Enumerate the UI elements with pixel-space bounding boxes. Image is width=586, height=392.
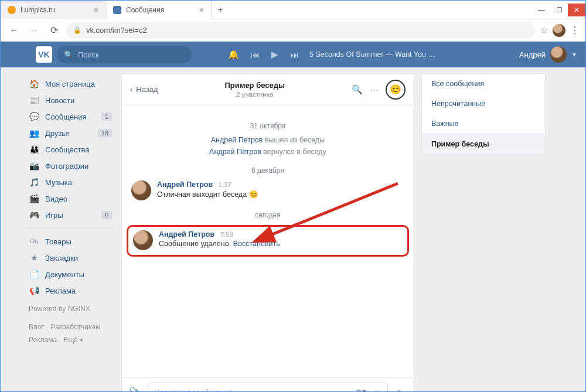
avatar[interactable] — [131, 180, 151, 200]
badge: 18 — [98, 129, 112, 137]
system-message: Андрей Петров вышел из беседы — [131, 136, 404, 144]
left-nav: 🏠Моя страница📰Новости💬Сообщения1👥Друзья1… — [26, 73, 114, 386]
sidebar-item-a8[interactable]: 🎮Игры6 — [26, 207, 114, 223]
nav-icon: 📰 — [29, 96, 39, 105]
sidebar-item-label: Фотографии — [45, 162, 88, 171]
browser-menu-button[interactable]: ⋮ — [570, 25, 580, 36]
vk-logo[interactable]: VK — [36, 46, 52, 63]
back-button[interactable]: ‹ Назад — [130, 85, 158, 94]
sidebar-item-a6[interactable]: 🎵Музыка — [26, 174, 114, 190]
sidebar-item-a1[interactable]: 📰Новости — [26, 92, 114, 108]
chat-more-icon[interactable]: ⋯ — [370, 84, 379, 95]
player-play-icon[interactable]: ▶ — [268, 49, 282, 60]
favicon-icon — [113, 6, 121, 14]
chat-message-deleted: Андрей Петров 7:59 Сообщение удалено. Во… — [133, 230, 403, 250]
now-playing-title[interactable]: 5 Seconds Of Summer — Want You … — [309, 50, 435, 59]
window-close-button[interactable]: ✕ — [568, 4, 585, 16]
footer-link[interactable]: Разработчикам — [50, 323, 100, 331]
browser-tab-messages[interactable]: Сообщения × — [106, 1, 212, 19]
chat-subtitle: 2 участника — [158, 91, 352, 98]
window-minimize-button[interactable]: — — [533, 4, 550, 16]
sidebar-item-label: Сообщества — [45, 145, 90, 154]
badge: 6 — [101, 211, 112, 219]
sidebar-item-label: Товары — [45, 237, 71, 246]
attach-icon[interactable]: 📎 — [128, 386, 143, 392]
username-label: Андрей — [519, 50, 546, 59]
sys-user: Андрей Петров — [211, 136, 263, 144]
nav-icon: ★ — [29, 253, 39, 263]
filter-important[interactable]: Важные — [422, 114, 545, 134]
message-time: 1:37 — [219, 181, 231, 188]
nav-back-button[interactable]: ← — [6, 23, 22, 38]
search-input[interactable]: 🔍 Поиск — [57, 46, 192, 63]
avatar — [550, 46, 567, 63]
window-maximize-button[interactable]: ☐ — [550, 4, 568, 16]
avatar[interactable] — [133, 230, 153, 250]
chat-avatar[interactable]: 😊 — [386, 80, 406, 100]
new-tab-button[interactable]: + — [212, 5, 229, 15]
player-prev-icon[interactable]: ⏮ — [247, 50, 263, 60]
nav-reload-button[interactable]: ⟳ — [46, 23, 62, 38]
right-panel: Все сообщения Непрочитанные Важные Приме… — [421, 73, 546, 386]
sidebar-item-b0[interactable]: 🛍Товары — [26, 233, 114, 250]
profile-avatar[interactable] — [553, 24, 565, 37]
user-menu[interactable]: Андрей ▼ — [519, 46, 577, 63]
powered-by-label: Powered by NGINX — [26, 305, 114, 313]
nav-forward-button[interactable]: → — [26, 23, 42, 38]
footer-link[interactable]: Реклама — [29, 336, 57, 344]
filter-unread[interactable]: Непрочитанные — [422, 94, 545, 114]
chevron-down-icon: ▼ — [571, 52, 577, 58]
emoji-icon[interactable]: ☺ — [373, 387, 381, 392]
sidebar-item-label: Музыка — [45, 178, 72, 187]
sidebar-item-b2[interactable]: 📄Документы — [26, 266, 114, 282]
sidebar-item-label: Закладки — [45, 254, 78, 263]
close-icon[interactable]: × — [94, 5, 98, 15]
bookmark-icon[interactable]: ☆ — [540, 25, 548, 36]
date-separator: сегодня — [131, 211, 404, 219]
sidebar-item-label: Документы — [45, 270, 84, 279]
footer-link[interactable]: Блог — [29, 323, 44, 331]
browser-tab-lumpics[interactable]: Lumpics.ru × — [1, 1, 106, 19]
footer-link[interactable]: Ещё ▾ — [63, 336, 83, 344]
restore-link[interactable]: Восстановить — [233, 240, 280, 248]
footer-links: Блог Разработчикам Реклама Ещё ▾ — [26, 321, 114, 346]
sidebar-item-label: Видео — [45, 195, 67, 203]
url-text: vk.com/im?sel=c2 — [86, 26, 147, 35]
chat-title[interactable]: Пример беседы — [158, 81, 352, 90]
chat-body: 31 октября Андрей Петров вышел из беседы… — [122, 105, 414, 377]
chat-panel: ‹ Назад Пример беседы 2 участника 🔍 ⋯ 😊 … — [121, 73, 414, 391]
sidebar-item-a3[interactable]: 👥Друзья18 — [26, 125, 114, 141]
sidebar-item-a7[interactable]: 🎬Видео — [26, 190, 114, 207]
sidebar-item-a2[interactable]: 💬Сообщения1 — [26, 108, 114, 125]
sidebar-item-a4[interactable]: 👪Сообщества — [26, 141, 114, 158]
player-next-icon[interactable]: ⏭ — [287, 50, 302, 60]
deleted-text: Сообщение удалено. — [159, 240, 233, 248]
message-author[interactable]: Андрей Петров — [157, 180, 213, 189]
message-author[interactable]: Андрей Петров — [159, 230, 214, 238]
send-icon[interactable]: ➤ — [393, 386, 408, 392]
nav-icon: 🏠 — [29, 79, 39, 88]
close-icon[interactable]: × — [199, 5, 204, 15]
nav-icon: 📢 — [29, 286, 39, 295]
date-separator: 31 октября — [131, 122, 404, 130]
camera-icon[interactable]: 📷 — [356, 387, 367, 392]
message-time: 7:59 — [220, 231, 233, 238]
message-input[interactable]: Напишите сообщение… 📷 ☺ — [148, 383, 388, 392]
filter-all-messages[interactable]: Все сообщения — [422, 74, 545, 94]
sidebar-item-a0[interactable]: 🏠Моя страница — [26, 76, 114, 92]
filter-selected-chat[interactable]: Пример беседы — [422, 134, 545, 154]
tab-title: Lumpics.ru — [21, 6, 55, 14]
nav-icon: 📷 — [29, 161, 39, 171]
notifications-icon[interactable]: 🔔 — [224, 49, 243, 60]
sidebar-item-label: Новости — [45, 96, 74, 105]
address-bar[interactable]: 🔒 vk.com/im?sel=c2 — [66, 22, 535, 39]
nav-icon: 📄 — [29, 270, 39, 279]
sidebar-item-b3[interactable]: 📢Реклама — [26, 282, 114, 299]
badge: 1 — [101, 113, 112, 121]
annotation-highlight: Андрей Петров 7:59 Сообщение удалено. Во… — [127, 225, 409, 257]
sidebar-item-b1[interactable]: ★Закладки — [26, 250, 114, 266]
nav-icon: 🛍 — [29, 237, 39, 246]
chat-search-icon[interactable]: 🔍 — [352, 84, 363, 95]
sidebar-item-a5[interactable]: 📷Фотографии — [26, 158, 114, 174]
lock-icon: 🔒 — [73, 26, 81, 34]
